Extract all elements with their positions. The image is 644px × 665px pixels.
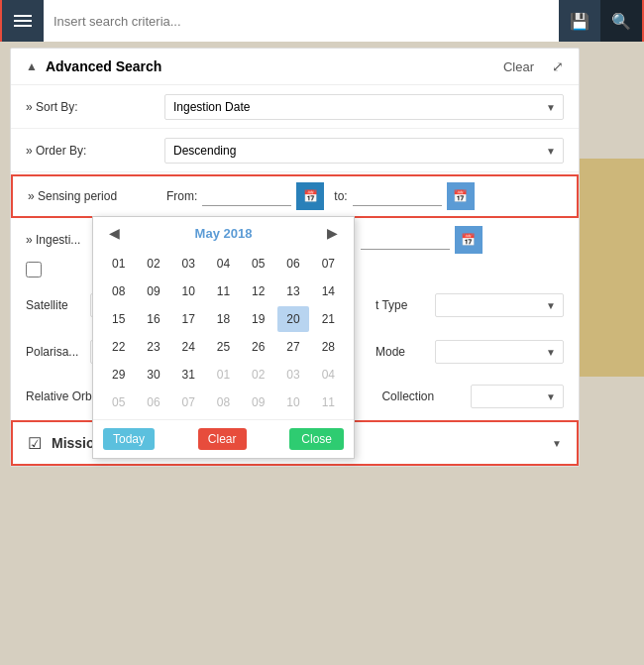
cal-day[interactable]: 10 [172,278,204,304]
cal-day-other[interactable]: 11 [312,389,344,415]
sensing-from-label: From: [166,189,197,203]
search-input-wrap [44,0,559,42]
sensing-to-input[interactable] [353,187,442,206]
save-button[interactable]: 💾 [559,0,600,42]
search-input[interactable] [54,14,549,29]
sensing-period-row: » Sensing period From: 📅 to: 📅 ◀ May 201… [11,174,579,218]
calendar-icon-to: 📅 [453,189,468,203]
cal-day[interactable]: 28 [312,334,344,360]
calendar-grid: 01 02 03 04 05 06 07 08 09 10 11 12 13 1… [93,249,354,419]
save-icon: 💾 [570,12,590,31]
product-type-select[interactable] [435,293,564,317]
sensing-from-input[interactable] [202,187,291,206]
cal-day-today[interactable]: 20 [277,306,309,332]
cal-day[interactable]: 27 [277,334,309,360]
ingestion-to-calendar-button[interactable]: 📅 [455,226,483,254]
cal-day[interactable]: 24 [172,334,204,360]
cal-day[interactable]: 21 [312,306,344,332]
cal-day-other[interactable]: 03 [277,362,309,388]
mode-select-wrap: ▼ [435,340,564,364]
sensing-from-group: From: 📅 [166,182,324,210]
mode-label: Mode [376,345,425,359]
sort-by-select[interactable]: Ingestion Date Sensing Date Name [164,94,564,120]
sort-by-control: Ingestion Date Sensing Date Name ▼ [164,94,564,120]
calendar-popup: ◀ May 2018 ▶ 01 02 03 04 05 06 07 [92,216,355,459]
cal-day[interactable]: 06 [277,251,309,277]
cal-day[interactable]: 04 [207,251,239,277]
calendar-prev-icon: ◀ [109,225,120,241]
cal-day[interactable]: 11 [207,278,239,304]
cal-day[interactable]: 30 [138,362,169,388]
calendar-week-4: 22 23 24 25 26 27 28 [101,334,346,360]
panel-header: ▲ Advanced Search Clear ⤢ [11,49,579,85]
calendar-clear-button[interactable]: Clear [198,428,247,450]
calendar-header: ◀ May 2018 ▶ [93,217,354,249]
polarisation-label: Polarisa... [26,345,80,359]
calendar-today-button[interactable]: Today [103,428,155,450]
cal-day[interactable]: 14 [312,278,344,304]
cal-day[interactable]: 31 [172,362,204,388]
cal-day-other[interactable]: 08 [207,389,239,415]
sensing-to-group: to: 📅 [334,182,474,210]
calendar-next-button[interactable]: ▶ [321,223,344,243]
order-by-select-wrap: Descending Ascending ▼ [164,138,564,164]
cal-day-other[interactable]: 10 [277,389,309,415]
search-icon: 🔍 [611,12,631,31]
cal-day[interactable]: 12 [243,278,274,304]
cal-day[interactable]: 19 [243,306,274,332]
cal-day[interactable]: 02 [138,251,169,277]
sort-by-row: » Sort By: Ingestion Date Sensing Date N… [11,85,579,129]
calendar-week-2: 08 09 10 11 12 13 14 [101,278,346,304]
cal-day-other[interactable]: 04 [312,362,344,388]
calendar-week-6: 05 06 07 08 09 10 11 [101,389,346,415]
collection-label: Collection [381,389,451,403]
cal-day-other[interactable]: 07 [172,389,204,415]
cal-day[interactable]: 07 [312,251,344,277]
cal-day[interactable]: 09 [138,278,169,304]
cal-day[interactable]: 26 [243,334,274,360]
calendar-prev-button[interactable]: ◀ [103,223,126,243]
advanced-search-panel: ▲ Advanced Search Clear ⤢ » Sort By: Ing… [10,48,580,467]
cal-day[interactable]: 29 [103,362,135,388]
clear-button[interactable]: Clear [503,59,534,74]
mode-select[interactable] [435,340,564,364]
mission-arrow[interactable]: ▼ [552,438,562,449]
cal-day[interactable]: 15 [103,306,135,332]
calendar-week-1: 01 02 03 04 05 06 07 [101,251,346,277]
cal-day-other[interactable]: 09 [243,389,274,415]
sensing-to-calendar-button[interactable]: 📅 [447,182,475,210]
cal-day[interactable]: 17 [172,306,204,332]
hamburger-button[interactable] [2,0,44,42]
mission-check-icon: ☑ [28,434,42,453]
expand-icon[interactable]: ⤢ [552,58,564,74]
cal-day[interactable]: 01 [103,251,135,277]
cal-day-other[interactable]: 01 [207,362,239,388]
order-by-row: » Order By: Descending Ascending ▼ [11,129,579,172]
cal-day[interactable]: 18 [207,306,239,332]
cal-day-other[interactable]: 06 [138,389,169,415]
ingestion-to-group: to: 📅 [342,226,482,254]
ingestion-to-input[interactable] [361,231,450,250]
unknown-checkbox[interactable] [26,262,42,277]
order-by-select[interactable]: Descending Ascending [164,138,564,164]
cal-day[interactable]: 08 [103,278,135,304]
product-type-select-wrap: ▼ [435,293,564,317]
satellite-label: Satellite [26,298,80,312]
collapse-icon[interactable]: ▲ [26,59,38,73]
cal-day[interactable]: 05 [243,251,274,277]
cal-day-other[interactable]: 02 [243,362,274,388]
cal-day[interactable]: 13 [277,278,309,304]
cal-day[interactable]: 23 [138,334,169,360]
sensing-from-calendar-button[interactable]: 📅 [296,182,324,210]
calendar-close-button[interactable]: Close [289,428,344,450]
cal-day[interactable]: 16 [138,306,169,332]
cal-day-other[interactable]: 05 [103,389,135,415]
cal-day[interactable]: 22 [103,334,135,360]
order-by-control: Descending Ascending ▼ [164,138,564,164]
search-button[interactable]: 🔍 [600,0,642,42]
calendar-next-icon: ▶ [327,225,338,241]
cal-day[interactable]: 25 [207,334,239,360]
cal-day[interactable]: 03 [172,251,204,277]
collection-select[interactable] [471,385,564,408]
calendar-footer: Today Clear Close [93,419,354,458]
